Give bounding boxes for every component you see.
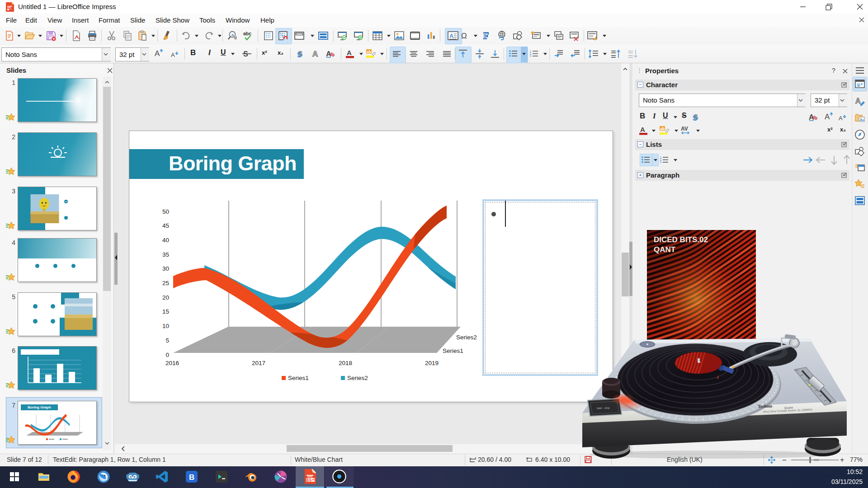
svg-text:25: 25 (162, 280, 169, 286)
svg-text:abc: abc (243, 31, 251, 36)
svg-text:Ω: Ω (461, 32, 467, 40)
svg-text:3: 3 (660, 160, 662, 164)
svg-text:15: 15 (162, 308, 169, 315)
svg-text:F: F (483, 31, 489, 41)
svg-text:A: A (347, 49, 352, 56)
svg-text:10: 10 (162, 323, 169, 329)
svg-text:S: S (297, 51, 302, 59)
svg-text:B: B (189, 473, 194, 482)
svg-text:50: 50 (162, 208, 169, 215)
svg-text:2019: 2019 (425, 360, 439, 366)
svg-text:A: A (839, 115, 843, 122)
svg-text:20: 20 (162, 294, 169, 301)
svg-text:30: 30 (162, 265, 169, 272)
svg-text:AV: AV (681, 126, 688, 132)
svg-text:DICED BITS.02: DICED BITS.02 (654, 235, 708, 244)
svg-text:2016: 2016 (165, 360, 179, 366)
svg-text:3: 3 (530, 54, 532, 57)
svg-text:start · stop: start · stop (597, 407, 610, 410)
svg-text:Series1: Series1 (443, 347, 463, 354)
svg-text:A: A (449, 33, 454, 39)
svg-text:Series2: Series2 (456, 334, 477, 341)
svg-text:d: d (234, 36, 237, 40)
svg-text:Series2: Series2 (347, 375, 368, 381)
svg-text:40: 40 (162, 237, 169, 244)
svg-text:A: A (825, 113, 830, 121)
svg-text:A: A (640, 126, 645, 133)
svg-text:2018: 2018 (339, 360, 352, 366)
svg-text:A: A (171, 52, 175, 58)
svg-text:A: A (855, 97, 861, 105)
svg-text:A: A (155, 49, 160, 58)
svg-text:5: 5 (165, 337, 169, 344)
svg-text:45: 45 (162, 222, 169, 229)
svg-text:0: 0 (165, 352, 169, 358)
svg-text:QANT: QANT (654, 245, 676, 254)
svg-text:S: S (693, 114, 698, 122)
svg-text:ab: ab (660, 127, 665, 131)
svg-text:A: A (312, 50, 318, 58)
svg-text:2017: 2017 (252, 360, 265, 366)
svg-text:Series1: Series1 (288, 375, 309, 381)
svg-text:ab: ab (367, 50, 371, 54)
svg-text:Technis: Technis (758, 404, 773, 409)
svg-text:35: 35 (162, 251, 169, 258)
